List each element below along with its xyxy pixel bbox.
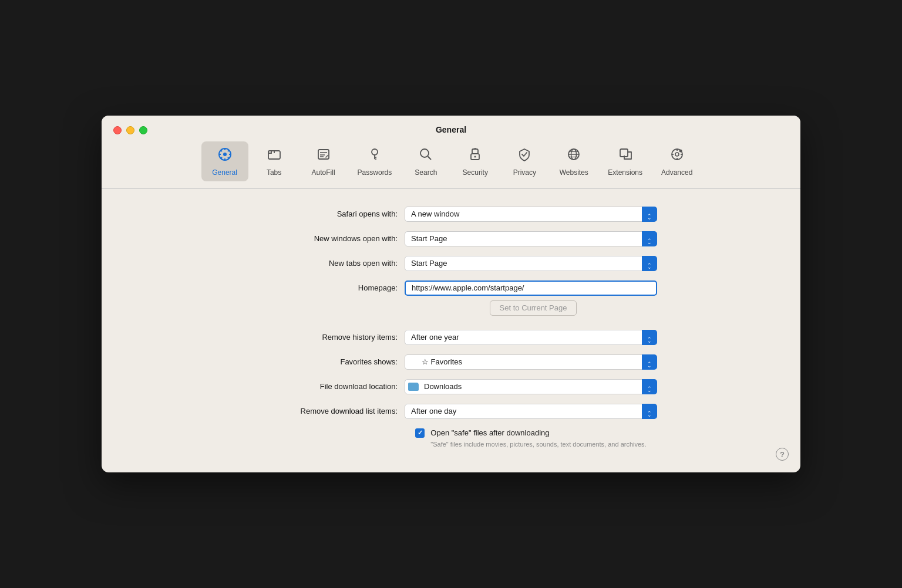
tab-tabs-label: Tabs <box>267 168 281 177</box>
safari-opens-select-wrapper: A new window <box>405 207 657 222</box>
remove-download-select[interactable]: After one day <box>405 404 657 419</box>
new-tabs-row: New tabs open with: Start Page <box>125 256 777 271</box>
advanced-icon <box>669 146 685 166</box>
tab-websites-label: Websites <box>560 168 588 177</box>
homepage-label: Homepage: <box>245 283 398 292</box>
new-tabs-control: Start Page <box>405 256 657 271</box>
safari-opens-select[interactable]: A new window <box>405 207 657 222</box>
tab-tabs[interactable]: Tabs <box>251 141 298 181</box>
title-bar: General <box>102 116 800 134</box>
close-button[interactable] <box>113 126 122 134</box>
remove-download-control: After one day <box>405 404 657 419</box>
favorites-select[interactable]: ☆ Favorites <box>405 354 657 370</box>
tab-general[interactable]: General <box>201 141 248 181</box>
tab-privacy-label: Privacy <box>513 168 536 177</box>
file-download-label: File download location: <box>245 382 398 391</box>
new-windows-select-wrapper: Start Page <box>405 231 657 246</box>
safari-opens-label: Safari opens with: <box>245 209 398 218</box>
svg-point-32 <box>675 153 679 156</box>
open-safe-files-label: Open "safe" files after downloading <box>430 428 549 437</box>
svg-point-15 <box>372 149 378 155</box>
tab-security-label: Security <box>463 168 488 177</box>
new-windows-row: New windows open with: Start Page <box>125 231 777 246</box>
favorites-shows-row: Favorites shows: ☆ Favorites <box>125 354 777 370</box>
set-current-page-row: Set to Current Page <box>125 300 777 316</box>
remove-history-row: Remove history items: After one year <box>125 330 777 345</box>
file-download-row: File download location: Downloads <box>125 379 777 394</box>
favorites-shows-label: Favorites shows: <box>245 357 398 366</box>
new-tabs-select-wrapper: Start Page <box>405 256 657 271</box>
svg-point-37 <box>679 149 682 152</box>
extensions-icon <box>617 146 634 166</box>
safari-opens-control: A new window <box>405 207 657 222</box>
file-download-select[interactable]: Downloads <box>405 379 657 394</box>
remove-history-select-wrapper: After one year <box>405 330 657 345</box>
svg-line-6 <box>221 150 222 151</box>
svg-line-7 <box>228 157 229 158</box>
preferences-window: General General <box>102 116 800 472</box>
tabs-icon <box>266 146 282 166</box>
homepage-input[interactable] <box>405 281 657 296</box>
tab-general-label: General <box>212 168 237 177</box>
tab-websites[interactable]: Websites <box>550 141 597 181</box>
homepage-row: Homepage: <box>125 281 777 296</box>
tab-search[interactable]: Search <box>402 141 449 181</box>
remove-download-label: Remove download list items: <box>245 407 398 415</box>
checkbox-area: Open "safe" files after downloading "Saf… <box>415 428 646 449</box>
passwords-icon <box>366 146 383 166</box>
svg-point-24 <box>474 156 476 157</box>
window-title: General <box>436 125 466 134</box>
open-safe-files-row: Open "safe" files after downloading "Saf… <box>125 428 777 449</box>
tab-extensions[interactable]: Extensions <box>600 141 651 181</box>
homepage-control <box>405 281 657 296</box>
tab-advanced[interactable]: Advanced <box>653 141 701 181</box>
maximize-button[interactable] <box>139 126 147 134</box>
open-safe-files-checkbox[interactable] <box>415 428 425 438</box>
new-windows-select[interactable]: Start Page <box>405 231 657 246</box>
new-tabs-select[interactable]: Start Page <box>405 256 657 271</box>
checkbox-line: Open "safe" files after downloading <box>415 428 646 438</box>
favorites-select-wrapper: ☆ Favorites <box>405 354 657 370</box>
svg-rect-11 <box>318 150 329 159</box>
svg-line-9 <box>221 157 222 158</box>
open-safe-files-desc: "Safe" files include movies, pictures, s… <box>430 440 646 449</box>
search-icon <box>418 146 434 166</box>
toolbar: General Tabs Au <box>102 134 800 181</box>
remove-download-row: Remove download list items: After one da… <box>125 404 777 419</box>
autofill-icon <box>315 146 332 166</box>
general-icon <box>217 146 233 166</box>
svg-line-8 <box>228 150 229 151</box>
remove-history-label: Remove history items: <box>245 333 398 342</box>
tab-security[interactable]: Security <box>452 141 499 181</box>
svg-point-19 <box>420 149 429 157</box>
new-windows-control: Start Page <box>405 231 657 246</box>
tab-passwords[interactable]: Passwords <box>349 141 400 181</box>
tab-advanced-label: Advanced <box>661 168 692 177</box>
tab-privacy[interactable]: Privacy <box>501 141 548 181</box>
safari-opens-row: Safari opens with: A new window <box>125 207 777 222</box>
favorites-shows-control: ☆ Favorites <box>405 354 657 370</box>
file-download-select-wrapper: Downloads <box>405 379 657 394</box>
set-current-page-control: Set to Current Page <box>405 300 657 316</box>
set-current-page-button[interactable]: Set to Current Page <box>490 300 577 316</box>
remove-history-control: After one year <box>405 330 657 345</box>
traffic-lights <box>113 126 147 134</box>
settings-content: Safari opens with: A new window New wind… <box>102 189 800 472</box>
new-windows-label: New windows open with: <box>245 234 398 243</box>
websites-icon <box>566 146 582 166</box>
svg-line-20 <box>428 156 432 160</box>
svg-point-1 <box>223 153 227 156</box>
tab-passwords-label: Passwords <box>358 168 392 177</box>
privacy-icon <box>516 146 533 166</box>
new-tabs-label: New tabs open with: <box>245 259 398 268</box>
security-icon <box>467 146 483 166</box>
svg-rect-21 <box>472 149 478 154</box>
tab-extensions-label: Extensions <box>608 168 642 177</box>
tab-autofill[interactable]: AutoFill <box>300 141 347 181</box>
tab-search-label: Search <box>415 168 437 177</box>
remove-history-select[interactable]: After one year <box>405 330 657 345</box>
minimize-button[interactable] <box>126 126 134 134</box>
file-download-control: Downloads <box>405 379 657 394</box>
tab-autofill-label: AutoFill <box>312 168 335 177</box>
remove-download-select-wrapper: After one day <box>405 404 657 419</box>
